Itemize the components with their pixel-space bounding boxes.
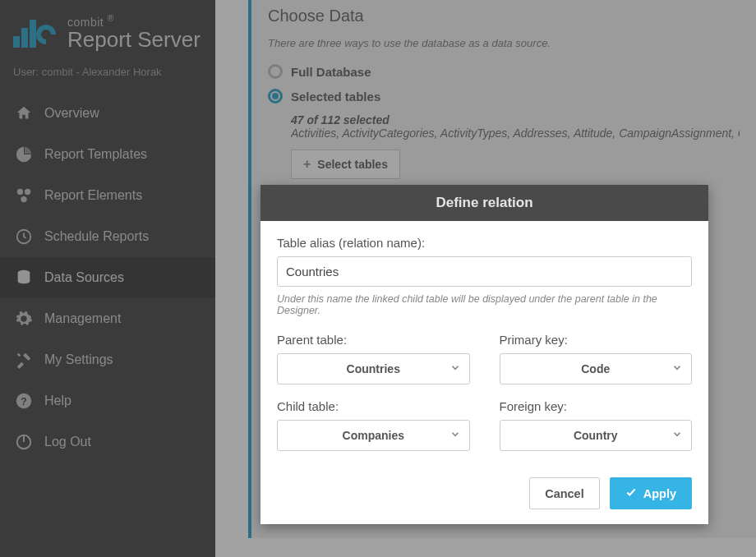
- chevron-down-icon: [671, 362, 683, 376]
- select-value: Countries: [347, 362, 400, 375]
- child-table-select[interactable]: Companies: [277, 420, 470, 451]
- select-value: Code: [581, 362, 610, 375]
- dialog-body: Table alias (relation name): Under this …: [260, 221, 708, 454]
- parent-table-select[interactable]: Countries: [277, 353, 470, 384]
- select-value: Companies: [343, 429, 404, 442]
- chevron-down-icon: [671, 429, 683, 443]
- alias-hint: Under this name the linked child table w…: [277, 293, 692, 316]
- primary-key-label: Primary key:: [500, 333, 693, 347]
- button-label: Apply: [643, 487, 676, 500]
- modal-overlay[interactable]: Define relation Table alias (relation na…: [0, 0, 756, 557]
- primary-key-select[interactable]: Code: [500, 353, 693, 384]
- define-relation-dialog: Define relation Table alias (relation na…: [260, 185, 708, 524]
- select-value: Country: [574, 429, 618, 442]
- check-icon: [625, 486, 637, 500]
- foreign-key-label: Foreign key:: [500, 399, 693, 413]
- dialog-footer: Cancel Apply: [260, 454, 708, 524]
- chevron-down-icon: [449, 429, 461, 443]
- parent-table-label: Parent table:: [277, 333, 470, 347]
- chevron-down-icon: [449, 362, 461, 376]
- apply-button[interactable]: Apply: [610, 477, 692, 509]
- alias-label: Table alias (relation name):: [277, 236, 692, 250]
- foreign-key-select[interactable]: Country: [500, 420, 693, 451]
- child-table-label: Child table:: [277, 399, 470, 413]
- alias-input[interactable]: [277, 256, 692, 287]
- dialog-title: Define relation: [260, 185, 708, 221]
- cancel-button[interactable]: Cancel: [529, 477, 600, 509]
